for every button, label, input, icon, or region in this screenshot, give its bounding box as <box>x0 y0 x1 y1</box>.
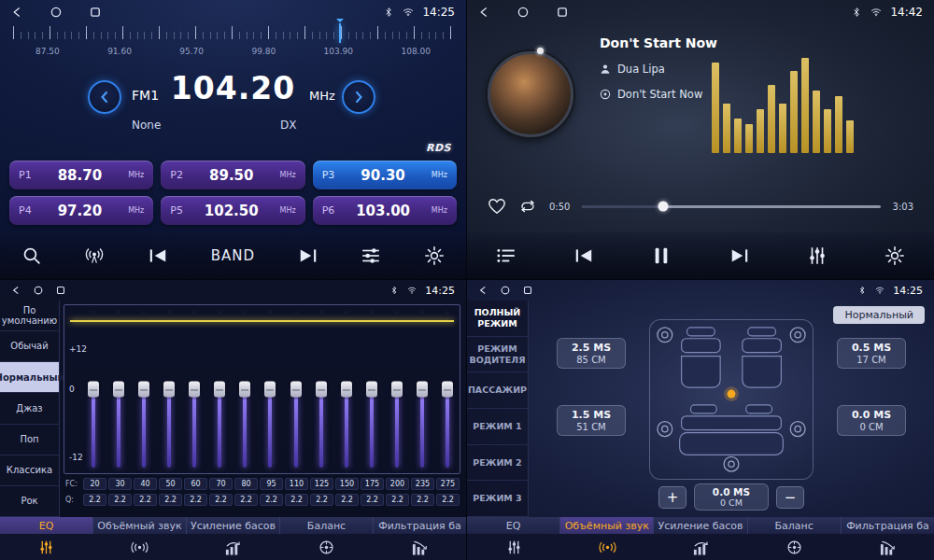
listening-mode-item[interactable]: РЕЖИМ 2 <box>467 445 528 482</box>
tab-button[interactable]: Объёмный звук <box>560 517 654 534</box>
tab-button[interactable]: Объёмный звук <box>93 517 187 534</box>
pause-button[interactable] <box>651 245 672 266</box>
eq-band-slider[interactable] <box>189 311 201 468</box>
eq-band-slider[interactable] <box>163 311 175 468</box>
listening-mode-item[interactable]: РЕЖИМ 1 <box>467 409 528 445</box>
audio-mixer-button[interactable] <box>361 245 381 266</box>
seek-knob[interactable] <box>658 202 668 212</box>
preset-button[interactable]: P5 102.50 MHz <box>161 196 304 225</box>
preset-button[interactable]: P3 90.30 MHz <box>313 161 457 189</box>
bass-boost-tab-icon[interactable] <box>654 534 747 560</box>
eq-band-slider[interactable] <box>137 311 149 468</box>
rear-left-delay[interactable]: 1.5 MS 51 CM <box>557 405 626 436</box>
eq-band-slider[interactable] <box>214 311 226 468</box>
eq-slider-handle[interactable] <box>366 382 377 398</box>
back-button[interactable] <box>11 286 21 295</box>
balance-tab-icon[interactable] <box>279 534 373 560</box>
eq-preset-item[interactable]: По умолчанию <box>0 301 59 331</box>
eq-tab-icon[interactable] <box>467 534 560 560</box>
eq-preset-item[interactable]: Поп <box>0 425 59 455</box>
home-button[interactable] <box>517 7 529 18</box>
preset-button[interactable]: P1 88.70 MHz <box>9 161 153 189</box>
eq-preset-item[interactable]: Классика <box>0 455 59 486</box>
broadcast-button[interactable] <box>84 245 105 266</box>
preset-button[interactable]: P6 103.00 MHz <box>313 196 457 225</box>
eq-slider-handle[interactable] <box>239 382 250 398</box>
tab-button[interactable]: Фильтрация ба <box>842 517 934 534</box>
playlist-button[interactable] <box>496 245 517 266</box>
tab-button[interactable]: Фильтрация ба <box>374 517 466 534</box>
tab-button[interactable]: EQ <box>467 517 560 534</box>
eq-band-slider[interactable] <box>391 311 403 468</box>
scan-button[interactable] <box>21 245 42 266</box>
eq-slider-handle[interactable] <box>113 382 124 398</box>
next-track-button[interactable] <box>729 245 750 266</box>
tab-button[interactable]: Баланс <box>280 517 374 534</box>
listening-mode-item[interactable]: ПАССАЖИР <box>467 372 528 409</box>
eq-band-slider[interactable] <box>366 311 378 468</box>
home-button[interactable] <box>34 286 43 295</box>
seek-bar[interactable] <box>582 205 880 208</box>
tuning-scale[interactable]: 87.5091.6095.7099.80103.90108.00 <box>13 26 453 69</box>
next-station-button[interactable] <box>298 245 318 266</box>
preset-button[interactable]: P2 89.50 MHz <box>161 161 304 189</box>
listening-mode-item[interactable]: ПОЛНЫЙ РЕЖИМ <box>467 301 528 337</box>
repeat-button[interactable] <box>518 198 537 215</box>
delay-increase-button[interactable]: + <box>658 486 686 509</box>
eq-slider-handle[interactable] <box>189 382 200 398</box>
surround-tab-icon[interactable] <box>560 534 654 560</box>
eq-slider-handle[interactable] <box>264 382 276 398</box>
back-button[interactable] <box>478 286 488 295</box>
eq-band-slider[interactable] <box>264 311 276 468</box>
eq-band-slider[interactable] <box>290 311 302 468</box>
home-button[interactable] <box>501 286 510 295</box>
eq-band-slider[interactable] <box>87 311 99 468</box>
recents-button[interactable] <box>90 7 101 18</box>
eq-preset-item[interactable]: Обычай <box>0 331 59 362</box>
eq-band-slider[interactable] <box>417 311 429 468</box>
eq-slider-handle[interactable] <box>163 382 175 398</box>
eq-band-slider[interactable] <box>112 311 124 468</box>
settings-button[interactable] <box>884 245 905 266</box>
back-button[interactable] <box>478 7 489 18</box>
preset-button[interactable]: P4 97.20 MHz <box>9 196 153 225</box>
eq-slider-handle[interactable] <box>417 382 428 398</box>
eq-preset-item[interactable]: Нормальный <box>0 362 59 393</box>
tune-down-button[interactable] <box>88 80 121 114</box>
eq-band-slider[interactable] <box>340 311 352 468</box>
prev-track-button[interactable] <box>573 245 594 266</box>
eq-band-slider[interactable] <box>315 311 327 468</box>
tab-button[interactable]: Усиление басов <box>187 517 280 534</box>
profile-button[interactable]: Нормальный <box>833 306 925 324</box>
eq-slider-handle[interactable] <box>138 382 149 398</box>
band-button[interactable]: BAND <box>211 247 255 264</box>
surround-tab-icon[interactable] <box>93 534 187 560</box>
eq-preset-item[interactable]: Рок <box>0 486 59 517</box>
tab-button[interactable]: Баланс <box>748 517 842 534</box>
settings-button[interactable] <box>424 245 445 266</box>
balance-tab-icon[interactable] <box>747 534 841 560</box>
listening-position-dot[interactable] <box>728 390 736 399</box>
recents-button[interactable] <box>523 286 532 295</box>
eq-slider-handle[interactable] <box>341 382 352 398</box>
delay-decrease-button[interactable]: − <box>776 486 804 509</box>
eq-band-slider[interactable] <box>442 311 454 468</box>
home-button[interactable] <box>50 7 62 18</box>
eq-tab-icon[interactable] <box>0 534 93 560</box>
recents-button[interactable] <box>56 286 65 295</box>
tune-up-button[interactable] <box>342 80 375 114</box>
eq-slider-handle[interactable] <box>391 382 403 398</box>
eq-slider-handle[interactable] <box>290 382 302 398</box>
eq-band-slider[interactable] <box>239 311 251 468</box>
front-right-delay[interactable]: 0.5 MS 17 CM <box>837 338 906 369</box>
rear-right-delay[interactable]: 0.0 MS 0 CM <box>837 405 906 436</box>
tab-button[interactable]: EQ <box>0 517 93 534</box>
bass-boost-tab-icon[interactable] <box>187 534 280 560</box>
eq-preset-item[interactable]: Джаз <box>0 393 59 424</box>
prev-station-button[interactable] <box>148 245 168 266</box>
audio-mixer-button[interactable] <box>807 245 828 266</box>
tab-button[interactable]: Усиление басов <box>654 517 747 534</box>
filter-tab-icon[interactable] <box>373 534 466 560</box>
eq-slider-handle[interactable] <box>442 382 453 398</box>
eq-slider-handle[interactable] <box>316 382 327 398</box>
